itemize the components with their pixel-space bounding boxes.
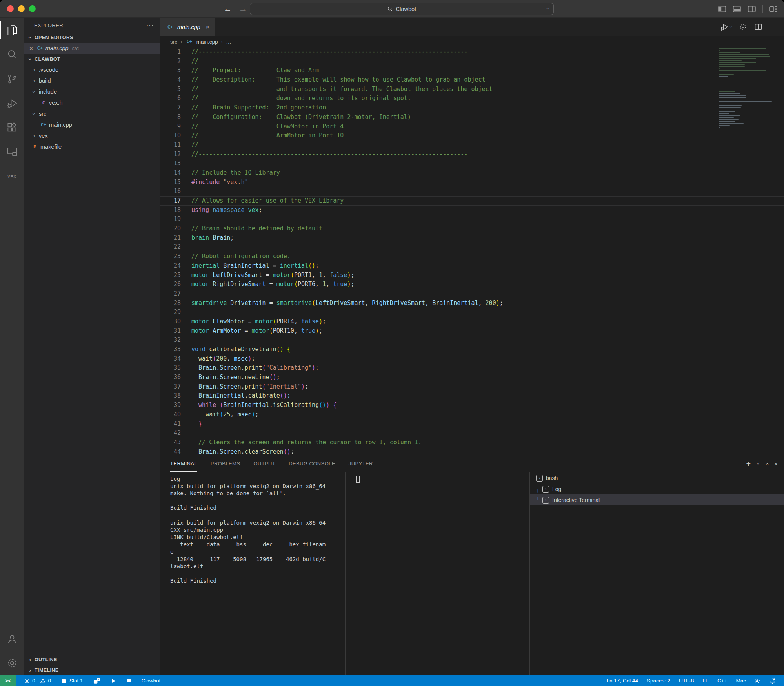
code-line[interactable]: 8// Configuration: Clawbot (Drivetrain 2… — [160, 113, 784, 122]
code-line[interactable]: 23// Robot configuration code. — [160, 252, 784, 261]
tree-folder-vscode[interactable]: ›.vscode — [24, 64, 160, 75]
code-line[interactable]: 21brain Brain; — [160, 234, 784, 243]
panel-tab-output[interactable]: OUTPUT — [253, 456, 275, 472]
code-line[interactable]: 30motor ClawMotor = motor(PORT4, false); — [160, 317, 784, 327]
panel-tab-terminal[interactable]: TERMINAL — [170, 456, 197, 472]
line-number[interactable]: 34 — [160, 354, 188, 364]
tree-folder-build[interactable]: ›build — [24, 75, 160, 86]
tree-folder-src[interactable]: ›src — [24, 108, 160, 119]
toggle-sidebar-icon[interactable] — [718, 5, 726, 13]
line-number[interactable]: 38 — [160, 391, 188, 401]
line-number[interactable]: 40 — [160, 410, 188, 420]
line-number[interactable]: 42 — [160, 429, 188, 438]
search-view-icon[interactable] — [0, 42, 24, 67]
breadcrumb-src[interactable]: src — [170, 39, 177, 45]
code-line[interactable]: 25motor LeftDriveSmart = motor(PORT1, 1,… — [160, 271, 784, 280]
toggle-panel-icon[interactable] — [733, 5, 741, 13]
code-line[interactable]: 14// Include the IQ Library — [160, 168, 784, 178]
line-number[interactable]: 5 — [160, 85, 188, 94]
terminal-list-item-interactive-terminal[interactable]: └›Interactive Terminal — [530, 494, 784, 505]
code-line[interactable]: 19 — [160, 215, 784, 224]
code-line[interactable]: 38 BrainInertial.calibrate(); — [160, 391, 784, 401]
panel-tab-jupyter[interactable]: JUPYTER — [349, 456, 373, 472]
line-number[interactable]: 36 — [160, 373, 188, 382]
code-line[interactable]: 36 Brain.Screen.newLine(); — [160, 373, 784, 382]
line-number[interactable]: 28 — [160, 299, 188, 308]
minimize-window-button[interactable] — [18, 5, 25, 12]
code-line[interactable]: 33void calibrateDrivetrain() { — [160, 345, 784, 354]
code-line[interactable]: 20// Brain should be defined by default — [160, 224, 784, 234]
source-control-icon[interactable] — [0, 67, 24, 91]
more-actions-icon[interactable]: ··· — [769, 24, 777, 31]
status-cursor-position[interactable]: Ln 17, Col 44 — [607, 678, 638, 684]
code-line[interactable]: 37 Brain.Screen.print("Inertial"); — [160, 382, 784, 392]
code-line[interactable]: 26motor RightDriveSmart = motor(PORT6, 1… — [160, 280, 784, 289]
tree-file-makefile[interactable]: Mmakefile — [24, 141, 160, 152]
breadcrumb-symbol[interactable]: … — [226, 39, 231, 45]
line-number[interactable]: 7 — [160, 103, 188, 113]
zoom-window-button[interactable] — [29, 5, 36, 12]
terminal-list-item-log[interactable]: ┌›Log — [530, 483, 784, 494]
status-project-name[interactable]: Clawbot — [142, 678, 161, 684]
line-number[interactable]: 17 — [160, 196, 188, 206]
line-number[interactable]: 8 — [160, 113, 188, 122]
run-or-debug-icon[interactable]: › — [720, 22, 732, 31]
terminal-empty-pane[interactable] — [345, 472, 529, 675]
line-number[interactable]: 41 — [160, 420, 188, 429]
line-number[interactable]: 33 — [160, 345, 188, 354]
line-number[interactable]: 15 — [160, 178, 188, 187]
minimap[interactable] — [719, 48, 777, 137]
line-number[interactable]: 39 — [160, 401, 188, 410]
maximize-panel-icon[interactable]: › — [764, 463, 769, 465]
code-line[interactable]: 10// ArmMotor in Port 10 — [160, 131, 784, 140]
line-number[interactable]: 25 — [160, 271, 188, 280]
status-stop-program[interactable] — [126, 678, 131, 683]
accounts-icon[interactable] — [0, 627, 24, 651]
tab-main-cpp[interactable]: C+ main.cpp × — [160, 18, 215, 36]
project-section-header[interactable]: › CLAWBOT — [24, 54, 160, 64]
line-number[interactable]: 30 — [160, 317, 188, 327]
line-number[interactable]: 16 — [160, 187, 188, 196]
line-number[interactable]: 29 — [160, 308, 188, 317]
code-line[interactable]: 22 — [160, 243, 784, 252]
line-number[interactable]: 3 — [160, 66, 188, 75]
line-number[interactable]: 1 — [160, 47, 188, 57]
code-line[interactable]: 11// — [160, 140, 784, 150]
status-indentation[interactable]: Spaces: 2 — [647, 678, 670, 684]
terminal-list-item-bash[interactable]: ›bash — [530, 473, 784, 483]
code-line[interactable]: 7// Brain Supported: 2nd generation — [160, 103, 784, 113]
timeline-section-header[interactable]: › TIMELINE — [24, 665, 160, 675]
code-line[interactable]: 24inertial BrainInertial = inertial(); — [160, 261, 784, 271]
close-window-button[interactable] — [7, 5, 14, 12]
remote-indicator[interactable]: >< — [0, 675, 16, 686]
navigate-back-icon[interactable]: ← — [224, 4, 232, 14]
tree-file-vexh[interactable]: Cvex.h — [24, 97, 160, 108]
code-line[interactable]: 6// down and returns to its original spo… — [160, 94, 784, 103]
code-line[interactable]: 18using namespace vex; — [160, 206, 784, 215]
code-editor[interactable]: 1//-------------------------------------… — [160, 47, 784, 456]
line-number[interactable]: 31 — [160, 327, 188, 336]
settings-gear-icon[interactable] — [0, 651, 24, 675]
status-language-mode[interactable]: C++ — [717, 678, 728, 684]
line-number[interactable]: 23 — [160, 252, 188, 261]
status-keymap[interactable]: Mac — [736, 678, 746, 684]
line-number[interactable]: 27 — [160, 289, 188, 299]
status-notifications[interactable] — [769, 678, 775, 684]
terminal-profile-chevron-icon[interactable]: › — [756, 463, 760, 465]
code-line[interactable]: 17// Allows for easier use of the VEX Li… — [160, 196, 784, 206]
breadcrumb-main-cpp[interactable]: main.cpp — [196, 39, 218, 45]
line-number[interactable]: 20 — [160, 224, 188, 234]
code-line[interactable]: 32 — [160, 336, 784, 345]
status-eol[interactable]: LF — [702, 678, 709, 684]
split-editor-icon[interactable] — [754, 23, 762, 31]
line-number[interactable]: 35 — [160, 363, 188, 373]
remote-explorer-icon[interactable] — [0, 140, 24, 164]
tree-folder-vex[interactable]: ›vex — [24, 130, 160, 141]
code-line[interactable]: 4// Description: This example will show … — [160, 75, 784, 85]
close-panel-icon[interactable]: × — [774, 461, 778, 467]
line-number[interactable]: 12 — [160, 150, 188, 159]
status-feedback[interactable] — [755, 678, 761, 684]
toggle-secondary-sidebar-icon[interactable] — [748, 5, 756, 13]
navigate-forward-icon[interactable]: → — [239, 4, 247, 14]
explorer-icon[interactable] — [0, 18, 24, 42]
